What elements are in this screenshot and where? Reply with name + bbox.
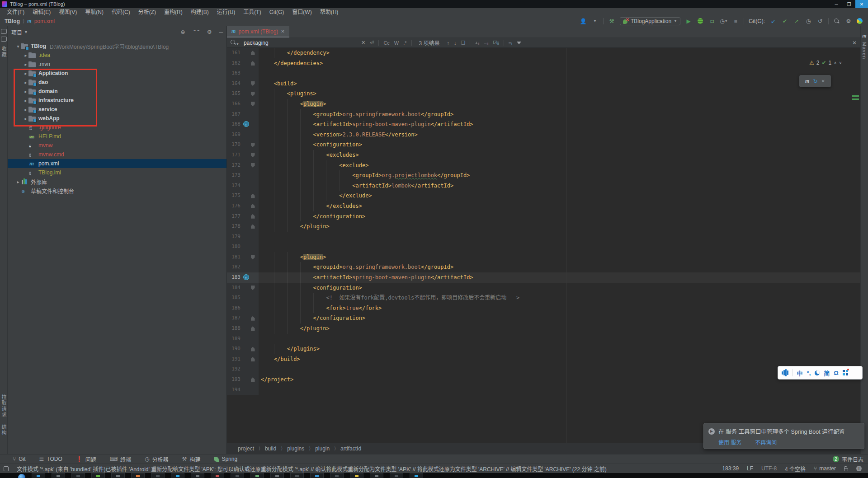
maximize-button[interactable]: ❐ <box>843 0 855 8</box>
tree-item--mvn[interactable]: ▸.mvn <box>8 60 226 69</box>
taskbar-app[interactable] <box>350 473 363 478</box>
fold-end-icon[interactable] <box>251 357 255 361</box>
sphere-icon[interactable] <box>857 18 863 24</box>
tool-window-button-构建[interactable]: ⚒构建 <box>182 455 201 463</box>
taskbar-app[interactable] <box>250 473 264 478</box>
gutter[interactable]: 182 <box>227 262 259 272</box>
code-line-168[interactable]: 168↑<artifactId>spring-boot-maven-plugin… <box>227 119 860 130</box>
gutter[interactable]: 161 <box>227 48 259 58</box>
gutter[interactable]: 167 <box>227 109 259 120</box>
event-log-button[interactable]: 2 事件日志 <box>833 455 863 463</box>
fold-end-icon[interactable] <box>251 214 255 219</box>
ime-language-toggle[interactable]: 中 <box>797 369 803 377</box>
maven-goal-icon[interactable]: ↑ <box>242 274 250 281</box>
git-commit-icon[interactable]: ✔ <box>781 18 788 25</box>
breadcrumb-file[interactable]: pom.xml <box>34 18 55 24</box>
maven-reload-widget[interactable]: m↻✕ <box>799 75 831 87</box>
project-tool-icon[interactable] <box>1 29 7 34</box>
tree-item-service[interactable]: ▸service <box>8 105 226 114</box>
tool-window-button-Git[interactable]: ⑂Git <box>13 456 26 462</box>
tool-window-structure[interactable]: 结构 <box>0 424 7 436</box>
run-button[interactable]: ▶ <box>685 18 692 25</box>
notification-popup[interactable]: ▶ 在 服务 工具窗口中管理多个 Spring Boot 运行配置 使用 服务 … <box>703 423 864 449</box>
breadcrumb-project[interactable]: TBlog <box>5 18 20 24</box>
breadcrumb-artifactId[interactable]: artifactId <box>340 445 361 452</box>
dismiss-icon[interactable]: ✕ <box>821 79 825 84</box>
chevron-down-icon[interactable]: ▼ <box>24 30 28 34</box>
locate-file-icon[interactable]: ⊕ <box>181 29 185 35</box>
start-button[interactable] <box>18 474 25 478</box>
code-line-185[interactable]: 185<!--如果没有fork配置,devtools不起作用，即项目修改后不会重… <box>227 293 860 303</box>
fold-end-icon[interactable] <box>251 224 255 229</box>
chevron-right-icon[interactable]: ▸ <box>23 80 28 85</box>
chevron-right-icon[interactable]: ▸ <box>23 53 28 58</box>
tree-item----[interactable]: ▸外部库 <box>8 177 226 186</box>
coverage-button[interactable]: ◘ <box>708 18 716 25</box>
gutter[interactable]: 165 <box>227 89 259 99</box>
readonly-lock-icon[interactable] <box>844 468 848 471</box>
code-line-187[interactable]: 187</configuration> <box>227 313 860 323</box>
chevron-down-icon[interactable]: ▾ <box>15 44 21 49</box>
use-services-link[interactable]: 使用 服务 <box>718 438 741 446</box>
breadcrumb-project[interactable]: project <box>238 445 254 452</box>
code-line-167[interactable]: 167<groupId>org.springframework.boot</gr… <box>227 109 860 120</box>
file-encoding[interactable]: UTF-8 <box>761 465 777 472</box>
taskbar-app[interactable] <box>231 473 244 478</box>
gutter[interactable]: 181 <box>227 252 259 262</box>
project-panel-title[interactable]: 项目 <box>11 28 22 36</box>
close-find-bar-icon[interactable]: ✕ <box>852 40 857 46</box>
build-hammer-icon[interactable]: ⚒ <box>608 18 615 25</box>
gutter[interactable]: 170 <box>227 140 259 150</box>
gutter[interactable]: 191 <box>227 354 259 365</box>
close-button[interactable]: ✕ <box>855 0 868 8</box>
code-line-162[interactable]: 162</dependencies> <box>227 58 860 69</box>
fold-end-icon[interactable] <box>251 326 255 331</box>
dont-ask-again-link[interactable]: 不再询问 <box>755 438 777 446</box>
tree-item-infrastructure[interactable]: ▸infrastructure <box>8 96 226 105</box>
user-icon[interactable]: 👤 <box>580 18 587 25</box>
fold-end-icon[interactable] <box>251 61 255 66</box>
gutter[interactable]: 183↑ <box>227 272 259 283</box>
menu-item[interactable]: 工具(T) <box>239 8 265 16</box>
menu-item[interactable]: 帮助(H) <box>316 8 343 16</box>
filter-funnel-icon[interactable] <box>517 42 521 44</box>
tree-item-mvnw[interactable]: ▸mvnw <box>8 141 226 150</box>
taskbar-app[interactable] <box>390 473 403 478</box>
match-case-toggle[interactable]: Cc <box>383 40 389 46</box>
menu-item[interactable]: 构建(B) <box>187 8 213 16</box>
code-line-178[interactable]: 178</plugin> <box>227 221 860 232</box>
taskbar-app[interactable] <box>171 473 184 478</box>
add-selection-icon[interactable]: +ᵢᵢ <box>475 40 479 46</box>
gutter[interactable]: 171 <box>227 150 259 160</box>
code-line-184[interactable]: 184<configuration> <box>227 283 860 293</box>
tab-pom-xml[interactable]: m pom.xml (TBlog) ✕ <box>227 26 289 37</box>
taskbar-app[interactable] <box>71 473 85 478</box>
gutter[interactable]: 162 <box>227 58 259 69</box>
menu-item[interactable]: 重构(R) <box>160 8 187 16</box>
gutter[interactable]: 186 <box>227 303 259 314</box>
breadcrumb-build[interactable]: build <box>265 445 276 452</box>
gutter[interactable]: 184 <box>227 283 259 293</box>
code-line-165[interactable]: 165<plugins> <box>227 89 860 99</box>
select-all-occurrences-icon[interactable]: ☑ᵢᵢ <box>493 40 499 46</box>
gutter[interactable]: 177 <box>227 211 259 222</box>
menu-item[interactable]: 分析(Z) <box>134 8 160 16</box>
code-line-161[interactable]: 161</dependency> <box>227 48 860 58</box>
gutter[interactable]: 176 <box>227 201 259 211</box>
search-options-icon[interactable]: ≡ᵢ <box>509 40 512 46</box>
gutter[interactable]: 180 <box>227 242 259 252</box>
search-everywhere-icon[interactable] <box>833 18 840 25</box>
ime-menu-grid-icon[interactable] <box>843 370 848 375</box>
chevron-right-icon[interactable]: ▸ <box>23 62 28 67</box>
code-line-166[interactable]: 166<plugin> <box>227 99 860 109</box>
inspections-widget[interactable]: ⚠ 2 ✔ 1 ∧ ∨ <box>809 60 842 66</box>
code-line-163[interactable]: 163 <box>227 68 860 79</box>
menu-item[interactable]: 视图(V) <box>55 8 81 16</box>
tree-item-TBlog-iml[interactable]: ≡TBlog.iml <box>8 168 226 177</box>
code-line-186[interactable]: 186<fork>true</fork> <box>227 303 860 314</box>
gutter[interactable]: 172 <box>227 160 259 171</box>
gutter[interactable]: 163 <box>227 68 259 79</box>
open-in-find-window-icon[interactable]: ❏ <box>461 40 466 46</box>
taskbar-app[interactable] <box>270 473 284 478</box>
fold-start-icon[interactable] <box>251 153 255 157</box>
